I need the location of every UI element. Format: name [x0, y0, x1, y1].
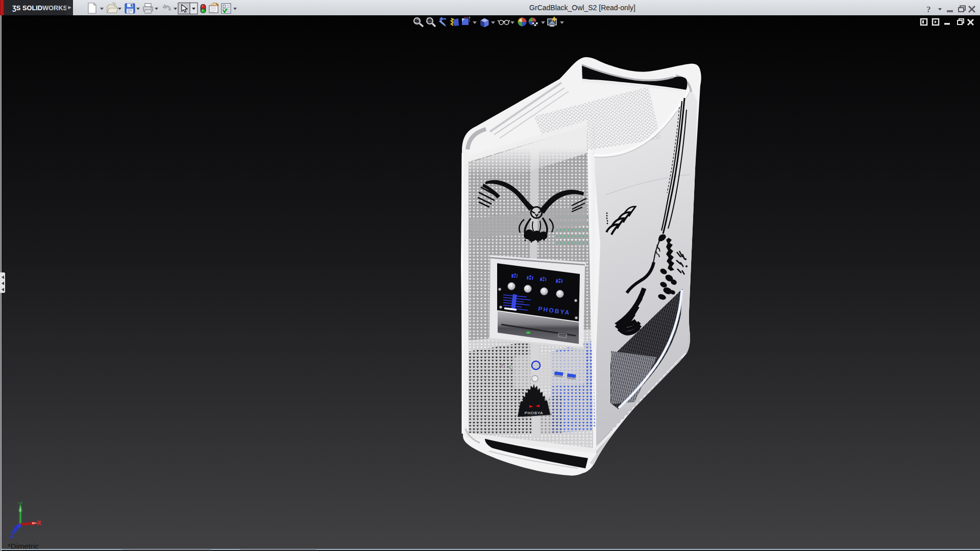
svg-text:PHOBYA: PHOBYA	[525, 411, 544, 415]
svg-text:?: ?	[926, 5, 931, 14]
